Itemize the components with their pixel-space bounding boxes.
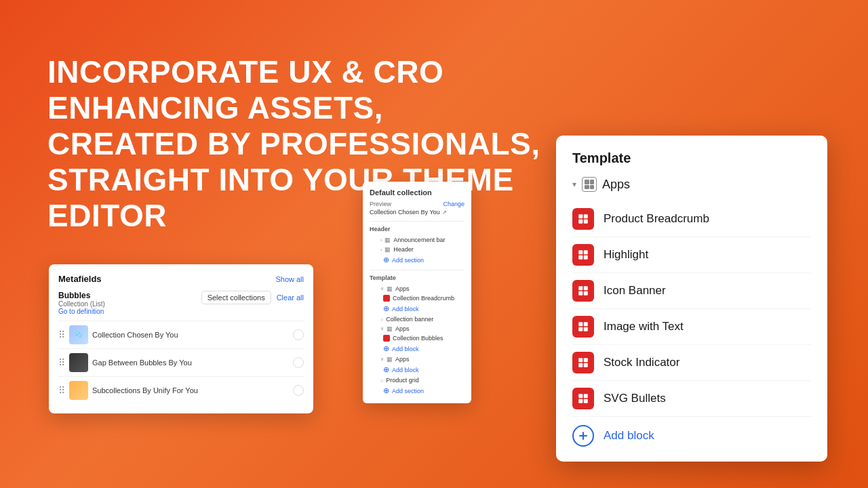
svg-rect-2 (578, 220, 583, 224)
add-block-label: Add block (392, 346, 419, 352)
metafields-title: Metafields (58, 274, 102, 284)
svg-rect-0 (578, 214, 583, 218)
template-item-product-breadcrumb[interactable]: Product Breadcrumb (572, 201, 811, 237)
tree-item-announcement[interactable]: › ▦ Announcement bar (370, 235, 465, 245)
main-headline: INCORPORATE UX & CRO ENHANCING ASSETS, C… (47, 54, 556, 233)
chevron-icon: ∨ (380, 326, 384, 331)
item-options-icon[interactable] (293, 357, 304, 368)
svg-rect-22 (578, 399, 583, 403)
preview-label: Preview (370, 201, 391, 207)
drag-icon: ⠿ (58, 385, 65, 396)
template-item-stock-indicator[interactable]: Stock Indicator (572, 345, 811, 381)
svg-rect-23 (584, 399, 588, 403)
tree-item-collection-banner[interactable]: ○ Collection banner (370, 314, 465, 324)
clear-all-link[interactable]: Clear all (277, 293, 304, 302)
add-section-label: Add section (392, 257, 424, 264)
header-section-label: Header (370, 226, 465, 232)
theme-panel-card: Default collection Preview Change Collec… (363, 182, 471, 403)
chevron-icon: ∨ (380, 286, 384, 291)
app-icon-red (572, 208, 594, 230)
template-item-svg-bullets[interactable]: SVG Bullets (572, 381, 811, 417)
go-definition-link[interactable]: Go to definition (58, 308, 105, 315)
tree-item-label: Collection banner (386, 316, 433, 323)
drag-icon: ⠿ (58, 329, 65, 340)
chevron-down-icon: ▾ (572, 180, 576, 189)
template-item-image-with-text[interactable]: Image with Text (572, 309, 811, 345)
add-block-button1[interactable]: ⊕ Add block (370, 303, 465, 314)
chevron-icon: › (380, 247, 382, 252)
app-icon-red (572, 280, 594, 302)
tree-item-label: Apps (395, 356, 410, 363)
grid-icon: ▦ (384, 246, 391, 253)
add-block-button2[interactable]: ⊕ Add block (370, 343, 465, 354)
plus-icon: ⊕ (383, 256, 389, 264)
item-options-icon[interactable] (293, 385, 304, 396)
template-item-highlight[interactable]: Highlight (572, 237, 811, 273)
svg-rect-3 (584, 220, 588, 224)
tree-item-label: Product grid (386, 377, 419, 384)
select-collections-button[interactable]: Select collections (201, 291, 271, 304)
svg-rect-7 (584, 256, 588, 260)
svg-rect-13 (584, 322, 588, 326)
metafields-card: Metafields Show all Bubbles Collection (… (49, 264, 313, 413)
chevron-icon: ○ (380, 317, 383, 322)
change-link[interactable]: Change (443, 201, 465, 207)
svg-rect-14 (578, 327, 583, 331)
svg-rect-4 (578, 250, 583, 254)
grid-icon: ▦ (387, 356, 393, 363)
tree-item-apps2[interactable]: ∨ ▦ Apps (370, 324, 465, 333)
template-item-icon-banner[interactable]: Icon Banner (572, 273, 811, 309)
tree-item-label: Announcement bar (393, 237, 445, 243)
add-section-button[interactable]: ⊕ Add section (370, 254, 465, 266)
plus-icon: ⊕ (383, 365, 389, 374)
tree-item-collection-bubbles[interactable]: Collection Bubbles (370, 333, 465, 343)
tree-item-label: Apps (395, 285, 410, 292)
tree-item-apps1[interactable]: ∨ ▦ Apps (370, 284, 465, 293)
plus-icon: ⊕ (383, 344, 389, 353)
show-all-link[interactable]: Show all (275, 275, 304, 283)
svg-rect-9 (584, 286, 588, 290)
svg-rect-11 (584, 291, 588, 296)
add-block-button[interactable]: Add block (604, 429, 654, 443)
list-item: ⠿ 🫧 Collection Chosen By You (58, 321, 304, 348)
tree-item-product-grid[interactable]: ○ Product grid (370, 375, 465, 385)
template-section-label: Template (370, 274, 465, 281)
apps-label: Apps (602, 178, 630, 192)
svg-rect-21 (584, 394, 588, 398)
svg-rect-19 (584, 363, 588, 367)
svg-rect-18 (578, 363, 583, 367)
item-name: Gap Between Bubbles By You (92, 359, 289, 367)
template-heading: Template (572, 150, 811, 166)
tree-item-header[interactable]: › ▦ Header (370, 245, 465, 254)
item-label: Icon Banner (604, 284, 666, 298)
list-item: ⠿ Gap Between Bubbles By You (58, 348, 304, 376)
plus-icon: ⊕ (383, 304, 389, 313)
add-block-button3[interactable]: ⊕ Add block (370, 364, 465, 375)
headline-line1: INCORPORATE UX & CRO ENHANCING ASSETS, (47, 54, 556, 126)
app-icon-red (572, 388, 594, 409)
tree-item-collection-breadcrumb[interactable]: Collection Breadcrumb (370, 293, 465, 303)
item-label: Highlight (604, 248, 648, 262)
tree-item-label: Apps (395, 325, 410, 332)
tree-item-label: Collection Breadcrumb (393, 295, 454, 302)
svg-rect-5 (584, 250, 588, 254)
add-section-label2: Add section (392, 388, 424, 394)
item-label: Image with Text (604, 320, 684, 333)
svg-rect-6 (578, 256, 583, 260)
grid-icon: ▦ (387, 285, 393, 292)
item-name: Subcollections By Unify For You (92, 386, 289, 394)
add-section-button2[interactable]: ⊕ Add section (370, 385, 465, 396)
drag-icon: ⠿ (58, 357, 65, 368)
headline-line3: STRAIGHT INTO YOUR THEME EDITOR (47, 162, 556, 234)
item-options-icon[interactable] (293, 329, 304, 340)
app-icon-red (572, 244, 594, 266)
svg-rect-10 (578, 291, 583, 296)
svg-rect-16 (578, 358, 583, 362)
item-name: Collection Chosen By You (92, 331, 289, 339)
tree-item-apps3[interactable]: ∨ ▦ Apps (370, 354, 465, 364)
svg-rect-1 (584, 214, 588, 218)
template-card: Template ▾ Apps Product Breadcrumb Highl… (556, 136, 827, 462)
item-label: SVG Bullets (604, 392, 666, 405)
headline-line2: CREATED BY PROFESSIONALS, (47, 126, 556, 162)
item-thumb (69, 353, 88, 372)
